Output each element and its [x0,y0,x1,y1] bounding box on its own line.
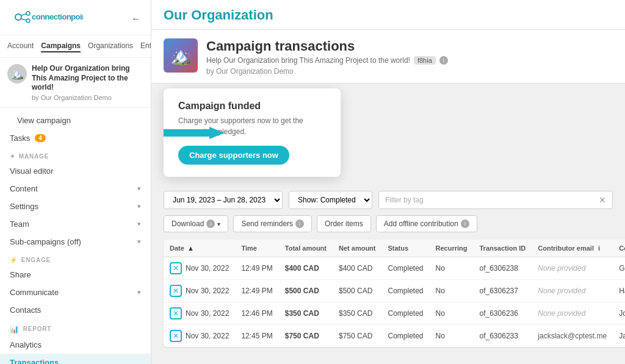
cell-total: $350 CAD [279,302,333,325]
campaign-subtitle-line: Help Our Organization bring This Amazing… [206,56,448,65]
nav-enterprise[interactable]: Enterprise [140,40,151,52]
row-icon[interactable]: ✕ [170,330,182,342]
cell-status: Completed [382,325,430,348]
cell-email: None provided [532,257,613,280]
col-date: Date ▲ [164,240,235,257]
cell-name: John Smith [613,302,625,325]
top-nav: Account Campaigns Organizations Enterpri… [0,35,151,58]
table-header-row: Date ▲ Time Total amount Net amount Stat… [164,240,625,257]
cell-date: ✕ Nov 30, 2022 [164,257,235,280]
logo-svg: connection point [10,9,83,26]
download-button[interactable]: Download i [164,215,228,232]
logo-area: connection point ← [0,0,151,35]
cell-time: 12:49 PM [235,257,278,280]
campaign-title: Campaign transactions [206,38,448,54]
cell-name: Jack Slack [613,325,625,348]
cell-total: $400 CAD [279,257,333,280]
chevron-icon: ▾ [137,185,141,193]
sidebar-item-contacts[interactable]: Contacts [0,301,151,319]
chevron-icon: ▾ [137,288,141,296]
cell-transaction-id: of_6306233 [474,325,532,348]
cell-date: ✕ Nov 30, 2022 [164,302,235,325]
col-total: Total amount [279,240,333,257]
order-items-button[interactable]: Order items [317,215,371,232]
sort-icon[interactable]: ▲ [187,244,194,252]
charge-supporters-button[interactable]: Charge supporters now [178,146,289,165]
cell-time: 12:46 PM [235,302,278,325]
show-select[interactable]: Show: Completed [289,191,372,209]
clear-tag-icon[interactable]: ✕ [599,195,606,205]
nav-campaigns[interactable]: Campaigns [41,40,81,52]
cell-net: $400 CAD [333,257,382,280]
cell-name: Hassan Aron [613,280,625,302]
sidebar-item-tasks[interactable]: Tasks 4 [0,129,151,147]
sidebar-item-visual-editor[interactable]: Visual editor [0,162,151,180]
popup-title: Campaign funded [178,101,326,112]
sidebar-item-sub-campaigns[interactable]: Sub-campaigns (off) ▾ [0,233,151,251]
tasks-badge: 4 [35,134,46,142]
campaign-image: 🏔️ [164,38,198,73]
cell-status: Completed [382,302,430,325]
sidebar-item-team[interactable]: Team ▾ [0,215,151,233]
sidebar-item-analytics[interactable]: Analytics [0,336,151,354]
cell-net: $350 CAD [333,302,382,325]
col-status: Status [382,240,430,257]
info-icon[interactable]: i [439,56,448,65]
sidebar-item-content[interactable]: Content ▾ [0,180,151,198]
sidebar: connection point ← Account Campaigns Org… [0,0,151,364]
campaign-subtitle: Help Our Organization bring This Amazing… [206,56,410,65]
org-title: Our Organization [164,7,613,23]
campaign-card-title: Help Our Organization bring This Amazing… [32,64,143,93]
add-offline-button[interactable]: Add offline contribution i [376,215,477,232]
sidebar-item-communicate[interactable]: Communicate ▾ [0,284,151,301]
campaign-card: 🏔️ Help Our Organization bring This Amaz… [0,58,151,108]
cell-recurring: No [430,257,474,280]
col-transaction-id: Transaction ID [474,240,532,257]
cell-net: $750 CAD [333,325,382,348]
sidebar-nav: View campaign Tasks 4 ✦ MANAGE Visual ed… [0,108,151,364]
col-name: Contributor name [613,240,625,257]
chevron-icon: ▾ [137,220,141,228]
cell-recurring: No [430,302,474,325]
cell-recurring: No [430,280,474,302]
sidebar-item-transactions[interactable]: Transactions [0,354,151,364]
cell-total: $750 CAD [279,325,333,348]
campaign-tag: f8hia [414,56,436,65]
reminders-info-icon[interactable]: i [295,219,304,228]
cell-email: None provided [532,302,613,325]
cell-email: jackslack@cptest.me [532,325,613,348]
nav-organizations[interactable]: Organizations [88,40,133,52]
svg-line-4 [21,19,26,20]
cell-status: Completed [382,280,430,302]
download-info-icon[interactable]: i [206,219,215,228]
svg-point-1 [26,12,30,15]
nav-account[interactable]: Account [7,40,34,52]
row-icon[interactable]: ✕ [170,262,182,274]
tag-filter-placeholder: Filter by tag [385,196,424,204]
cell-date: ✕ Nov 30, 2022 [164,280,235,302]
filters-row: Jun 19, 2023 – Jun 28, 2023 Show: Comple… [164,191,613,209]
send-reminders-button[interactable]: Send reminders i [233,215,312,232]
chevron-icon: ▾ [137,202,141,210]
tag-filter[interactable]: Filter by tag ✕ [378,191,613,209]
transactions-table: Date ▲ Time Total amount Net amount Stat… [164,240,625,347]
cell-transaction-id: of_6306238 [474,257,532,280]
cell-time: 12:49 PM [235,280,278,302]
date-range-select[interactable]: Jun 19, 2023 – Jun 28, 2023 [164,191,283,209]
chevron-icon: ▾ [137,238,141,246]
svg-point-2 [26,19,30,23]
sidebar-item-settings[interactable]: Settings ▾ [0,198,151,215]
cell-date: ✕ Nov 30, 2022 [164,325,235,348]
offline-info-icon[interactable]: i [461,219,469,228]
row-icon[interactable]: ✕ [170,285,182,297]
collapse-button[interactable]: ← [131,13,141,24]
col-time: Time [235,240,278,257]
sidebar-item-view-campaign[interactable]: View campaign [0,112,151,129]
table-row: ✕ Nov 30, 2022 12:45 PM $750 CAD $750 CA… [164,325,625,348]
cell-transaction-id: of_6306237 [474,280,532,302]
sidebar-item-share[interactable]: Share [0,266,151,284]
popup-actions: Charge supporters now [178,146,326,165]
row-icon[interactable]: ✕ [170,307,182,319]
email-col-info-icon[interactable]: i [598,244,600,252]
actions-row: Download i Send reminders i Order items … [164,215,613,232]
